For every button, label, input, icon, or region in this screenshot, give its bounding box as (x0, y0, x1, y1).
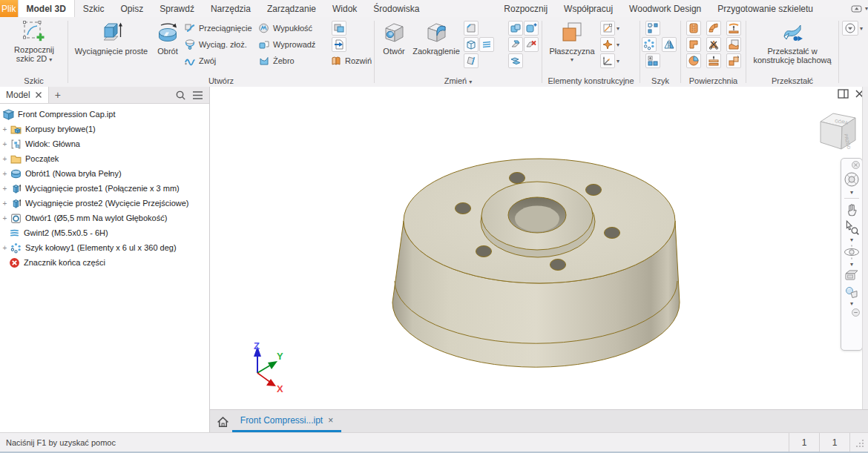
pan-icon[interactable] (844, 202, 860, 218)
tree-item-extrusion1[interactable]: + Wyciągnięcie proste1 (Połączenie x 3 m… (0, 181, 209, 196)
browser-menu-icon[interactable] (192, 90, 203, 100)
tab-srodowiska[interactable]: Środowiska (365, 0, 427, 17)
split-button[interactable] (508, 53, 523, 68)
circular-pattern-button[interactable] (642, 37, 657, 52)
replace-face-button[interactable] (508, 37, 523, 52)
thread-button[interactable] (479, 37, 494, 52)
view-cube[interactable]: GÓRA PRZÓD (817, 109, 861, 155)
expand-icon[interactable]: + (1, 141, 8, 148)
look-at-icon[interactable] (844, 268, 860, 283)
tab-wspolpracuj[interactable]: Współpracuj (556, 0, 621, 17)
visual-style-icon[interactable] (844, 285, 860, 300)
document-tab[interactable]: Front Compressi...ipt × (232, 411, 341, 430)
chevron-down-icon[interactable]: ▾ (850, 261, 853, 268)
expand-icon[interactable]: + (1, 200, 8, 207)
tab-model-3d[interactable]: Model 3D (18, 0, 75, 17)
expand-icon[interactable]: + (1, 215, 8, 222)
thicken-offset-button[interactable] (524, 21, 539, 36)
convert-to-sheet-metal-button[interactable]: Przekształć w konstrukcję blachową (749, 19, 835, 65)
tab-szkic[interactable]: Szkic (75, 0, 113, 17)
ucs-button[interactable]: ▾ (600, 53, 619, 68)
chevron-down-icon[interactable]: ▾ (850, 237, 853, 243)
tree-item-extrusion2[interactable]: + Wyciągnięcie proste2 (Wycięcie Przejśc… (0, 196, 209, 211)
expand-icon[interactable]: + (1, 171, 8, 177)
tree-item-end-of-part[interactable]: Znacznik końca części (0, 255, 209, 270)
replace-surface-button[interactable] (726, 37, 741, 52)
ribbon-options-button[interactable]: ▾ (842, 21, 863, 36)
tab-opisz[interactable]: Opisz (113, 0, 152, 17)
emboss-button[interactable]: Wypukłość (258, 21, 312, 36)
search-icon[interactable] (175, 90, 186, 101)
tab-zarzadzanie[interactable]: Zarządzanie (259, 0, 324, 17)
plane-button[interactable]: Płaszczyzna ▾ (548, 19, 596, 65)
navbar-close-icon[interactable] (852, 161, 860, 169)
decal-button[interactable] (332, 21, 346, 36)
loft-button[interactable]: Wyciąg. złoż. (184, 37, 247, 52)
thicken-surface-button[interactable] (706, 53, 721, 68)
tab-rozpocznij[interactable]: Rozpocznij (496, 0, 556, 17)
sketch-pattern-button[interactable] (645, 53, 660, 68)
tree-item-document[interactable]: Front Compression Cap.ipt (0, 107, 209, 122)
tab-przygotowanie-szkieletu[interactable]: Przygotowanie szkieletu (709, 0, 821, 17)
chevron-down-icon[interactable]: ▾ (850, 189, 853, 196)
combine-button[interactable] (508, 21, 523, 36)
chamfer-button[interactable] (464, 21, 479, 36)
ruled-surface-button[interactable] (726, 53, 741, 68)
group-label-zmien[interactable]: Zmień ▾ (375, 76, 542, 85)
close-tab-icon[interactable]: × (328, 415, 333, 426)
tab-widok[interactable]: Widok (324, 0, 365, 17)
extrude-button[interactable]: Wyciągnięcie proste (71, 19, 151, 56)
mirror-button[interactable] (662, 37, 677, 52)
revolve-button[interactable]: Obrót (151, 19, 184, 56)
tab-sprawdz[interactable]: Sprawdź (151, 0, 203, 17)
tab-narzedzia[interactable]: Narzędzia (203, 0, 259, 17)
draft-button[interactable] (464, 53, 479, 68)
ribbon-collapse-button[interactable]: ▾ (851, 0, 868, 17)
tree-item-thread2[interactable]: Gwint2 (M5.5x0.5 - 6H) (0, 225, 209, 240)
tree-item-circular-pattern1[interactable]: + Szyk kołowy1 (Elementy x 6 ul x 360 de… (0, 240, 209, 255)
file-menu-button[interactable]: Plik (0, 0, 18, 17)
sweep-button[interactable]: Przeciągnięcie (184, 21, 252, 36)
tree-item-origin[interactable]: + Początek (0, 151, 209, 166)
rectangular-pattern-button[interactable] (645, 21, 660, 36)
expand-icon[interactable]: + (1, 126, 8, 133)
part-model-front-compression-cap[interactable] (210, 87, 868, 409)
boundary-patch-button[interactable] (686, 37, 701, 52)
orbit-icon[interactable] (843, 244, 861, 260)
trim-surface-button[interactable] (706, 37, 721, 52)
axis-button[interactable]: ▾ (600, 21, 619, 36)
coil-button[interactable]: Zwój (184, 53, 216, 68)
browser-tab-model[interactable]: Model (0, 87, 49, 103)
rib-button[interactable]: Żebro (258, 53, 295, 68)
tab-woodwork-design[interactable]: Woodwork Design (621, 0, 709, 17)
tree-item-view-main[interactable]: + Widok: Główna (0, 136, 209, 151)
hole-button[interactable]: Otwór (378, 19, 410, 56)
import-button[interactable] (332, 37, 346, 52)
delete-face-button[interactable] (524, 37, 539, 52)
shell-button[interactable] (464, 37, 479, 52)
expand-icon[interactable]: + (1, 185, 8, 192)
derive-button[interactable]: Wyprowadź (258, 37, 315, 52)
point-button[interactable]: ▾ (600, 37, 619, 52)
start-2d-sketch-button[interactable]: Rozpocznij szkic 2D ▾ (4, 19, 64, 65)
fillet-button[interactable]: Zaokrąglenie (410, 19, 463, 56)
home-button[interactable] (214, 413, 231, 431)
expand-icon[interactable]: + (1, 156, 8, 162)
expand-icon[interactable]: + (1, 245, 8, 251)
navbar-collapse-icon[interactable] (852, 308, 860, 317)
tree-item-hole1[interactable]: + Otwór1 (Ø5,5 mm Na wylot Głębokość) (0, 211, 209, 225)
tree-item-revolution1[interactable]: + Obrót1 (Nowa bryła Pełny) (0, 166, 209, 181)
bend-surface-button[interactable] (706, 21, 721, 36)
close-icon[interactable] (35, 91, 42, 99)
sculpt-button[interactable] (686, 53, 701, 68)
chevron-down-icon[interactable]: ▾ (850, 300, 853, 307)
zoom-icon[interactable] (844, 219, 860, 236)
split-view-icon[interactable] (838, 89, 849, 99)
unwrap-button[interactable]: Rozwiń (330, 53, 372, 68)
3d-viewport[interactable]: Z Y X GÓRA PRZÓD ▾ (210, 87, 868, 409)
tree-item-solid-bodies[interactable]: + Korpusy bryłowe(1) (0, 122, 209, 136)
extend-surface-button[interactable] (726, 21, 741, 36)
stitch-surface-button[interactable] (686, 21, 701, 36)
resize-grip[interactable] (853, 437, 865, 449)
navigation-wheel-icon[interactable] (843, 171, 861, 188)
